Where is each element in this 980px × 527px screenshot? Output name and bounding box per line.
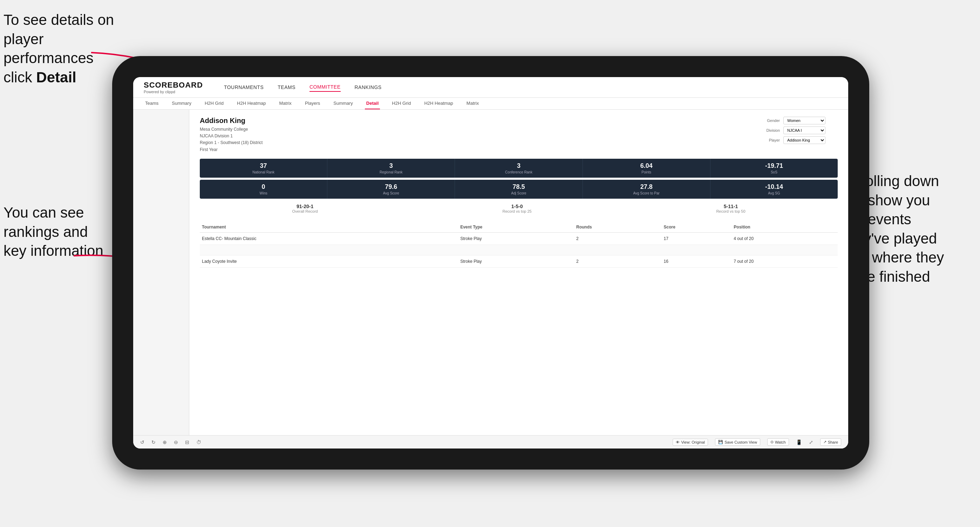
gender-control: Gender Women Men <box>760 117 838 124</box>
annotation-bl1: You can see <box>3 204 84 221</box>
stat-conference-rank: 3 Conference Rank <box>455 159 582 178</box>
player-control: Player Addison King <box>760 136 838 144</box>
stat-value-regional: 3 <box>330 162 452 170</box>
stats-row-2: 0 Wins 79.6 Avg Score 78.5 Adj Score 27.… <box>200 180 838 199</box>
cell-position-1: 4 out of 20 <box>732 232 838 244</box>
view-original-button[interactable]: 👁 View: Original <box>673 439 708 446</box>
stat-avg-score: 79.6 Avg Score <box>328 180 455 199</box>
subnav-summary[interactable]: Summary <box>170 98 193 110</box>
tablet-frame: SCOREBOARD Powered by clippd TOURNAMENTS… <box>112 56 869 470</box>
nav-tournaments[interactable]: TOURNAMENTS <box>224 83 264 92</box>
expand-icon[interactable]: ⤢ <box>809 440 813 445</box>
player-division: NJCAA Division 1 <box>200 133 262 140</box>
bottom-toolbar: ↺ ↻ ⊕ ⊖ ⊟ ⏱ 👁 View: Original 💾 Save Cust… <box>133 435 848 449</box>
logo-title: SCOREBOARD <box>144 81 203 90</box>
stat-value-avg-par: 27.8 <box>586 183 707 190</box>
player-label: Player <box>760 138 780 142</box>
save-custom-label: Save Custom View <box>724 440 757 444</box>
subnav-detail[interactable]: Detail <box>365 98 380 110</box>
stat-adj-score: 78.5 Adj Score <box>455 180 582 199</box>
logo-area: SCOREBOARD Powered by clippd <box>144 81 203 94</box>
record-top50-label: Record vs top 50 <box>716 209 745 213</box>
annotation-line3: click <box>3 69 36 86</box>
cell-tournament-1: Estella CC- Mountain Classic <box>200 232 458 244</box>
gender-label: Gender <box>760 118 780 123</box>
record-top50: 5-11-1 Record vs top 50 <box>709 201 752 216</box>
reset-icon[interactable]: ⊟ <box>185 440 189 445</box>
stat-label-national: National Rank <box>203 170 324 174</box>
zoom-out-icon[interactable]: ⊖ <box>174 440 178 445</box>
nav-rankings[interactable]: RANKINGS <box>355 83 382 92</box>
subnav-h2h-grid[interactable]: H2H Grid <box>203 98 225 110</box>
subnav-summary2[interactable]: Summary <box>332 98 354 110</box>
save-icon: 💾 <box>718 440 723 444</box>
share-button[interactable]: ↗ Share <box>820 438 841 446</box>
col-event-type: Event Type <box>458 222 574 233</box>
record-top25-label: Record vs top 25 <box>503 209 532 213</box>
subnav-h2h-heatmap[interactable]: H2H Heatmap <box>235 98 267 110</box>
nav-committee[interactable]: COMMITTEE <box>310 83 341 92</box>
undo-icon[interactable]: ↺ <box>140 440 145 445</box>
stat-label-wins: Wins <box>203 191 324 195</box>
subnav-matrix2[interactable]: Matrix <box>465 98 480 110</box>
col-score: Score <box>662 222 732 233</box>
stat-label-conference: Conference Rank <box>458 170 579 174</box>
record-overall: 91-20-1 Overall Record <box>285 201 325 216</box>
annotation-bl3: key information <box>3 243 103 259</box>
col-tournament: Tournament <box>200 222 458 233</box>
nav-teams[interactable]: TEAMS <box>278 83 296 92</box>
player-controls: Gender Women Men Division NJCAA I NJCAA … <box>760 117 838 144</box>
subnav-teams[interactable]: Teams <box>144 98 160 110</box>
subnav-players[interactable]: Players <box>304 98 321 110</box>
player-header: Addison King Mesa Community College NJCA… <box>200 117 838 153</box>
stat-avg-par: 27.8 Avg Score to Par <box>583 180 711 199</box>
stat-value-national: 37 <box>203 162 324 170</box>
cell-rounds-1: 2 <box>574 232 662 244</box>
subnav-h2h-grid2[interactable]: H2H Grid <box>390 98 412 110</box>
save-custom-button[interactable]: 💾 Save Custom View <box>715 438 760 446</box>
watch-label: Watch <box>775 440 786 444</box>
cell-score-1: 17 <box>662 232 732 244</box>
subnav-matrix[interactable]: Matrix <box>278 98 293 110</box>
tablet-screen: SCOREBOARD Powered by clippd TOURNAMENTS… <box>133 77 848 449</box>
zoom-icon[interactable]: ⊕ <box>162 440 167 445</box>
stat-label-avg-score: Avg Score <box>330 191 452 195</box>
stat-national-rank: 37 National Rank <box>200 159 328 178</box>
stats-row-1: 37 National Rank 3 Regional Rank 3 Confe… <box>200 159 838 178</box>
subnav-h2h-heatmap2[interactable]: H2H Heatmap <box>423 98 454 110</box>
clock-icon[interactable]: ⏱ <box>196 440 201 445</box>
table-row-empty <box>200 244 838 255</box>
annotation-bold: Detail <box>36 69 76 86</box>
stat-value-avg-score: 79.6 <box>330 183 452 190</box>
stat-value-conference: 3 <box>458 162 579 170</box>
watch-button[interactable]: ⊙ Watch <box>767 438 789 446</box>
division-label: Division <box>760 128 780 132</box>
division-control: Division NJCAA I NJCAA II <box>760 127 838 134</box>
stat-label-adj-score: Adj Score <box>458 191 579 195</box>
stat-label-avg-sg: Avg SG <box>713 191 835 195</box>
annotation-line2: player performances <box>3 31 94 67</box>
col-rounds: Rounds <box>574 222 662 233</box>
share-label: Share <box>828 440 838 444</box>
stat-avg-sg: -10.14 Avg SG <box>711 180 838 199</box>
devices-icon[interactable]: 📱 <box>796 440 802 445</box>
player-year: First Year <box>200 146 262 153</box>
player-region: Region 1 - Southwest (18) District <box>200 140 262 146</box>
player-select[interactable]: Addison King <box>783 136 826 144</box>
gender-select[interactable]: Women Men <box>783 117 826 124</box>
record-overall-value: 91-20-1 <box>292 203 318 209</box>
division-select[interactable]: NJCAA I NJCAA II <box>783 127 826 134</box>
redo-icon[interactable]: ↻ <box>151 440 156 445</box>
stat-value-wins: 0 <box>203 183 324 190</box>
cell-rounds-3: 2 <box>574 255 662 267</box>
stat-label-sos: SoS <box>713 170 835 174</box>
stat-regional-rank: 3 Regional Rank <box>328 159 455 178</box>
stat-label-avg-par: Avg Score to Par <box>586 191 707 195</box>
left-sidebar <box>133 110 189 435</box>
annotation-bl2: rankings and <box>3 224 88 240</box>
cell-event-type-1: Stroke Play <box>458 232 574 244</box>
table-header-row: Tournament Event Type Rounds Score Posit… <box>200 222 838 233</box>
cell-position-3: 7 out of 20 <box>732 255 838 267</box>
logo-sub: Powered by clippd <box>144 90 203 94</box>
view-original-label: View: Original <box>681 440 705 444</box>
